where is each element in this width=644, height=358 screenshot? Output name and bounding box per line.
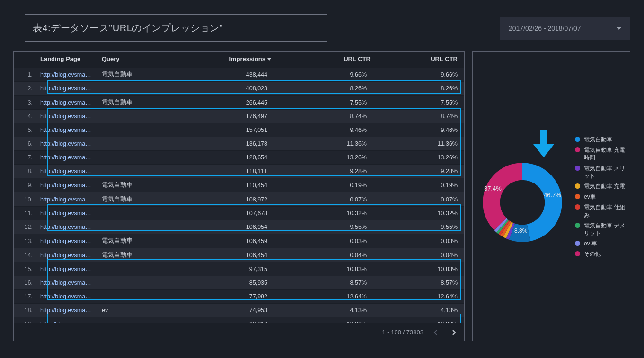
legend-label: 電気自動車 デメリット [584, 222, 628, 237]
cell-rownum: 18. [14, 304, 37, 317]
col-query[interactable]: Query [99, 52, 175, 68]
cell-impressions: 77,992 [175, 290, 274, 304]
table-row[interactable]: 15.http://blog.evsma…97,31510.83%10.83% [14, 262, 464, 276]
table-row[interactable]: 10.http://blog.evsma…電気自動車108,9720.07%0.… [14, 192, 464, 207]
legend-item[interactable]: 電気自動車 充電 [575, 183, 628, 190]
legend-item[interactable]: 電気自動車 充電時間 [575, 146, 628, 161]
prev-page-button[interactable] [430, 327, 441, 338]
cell-landing-page[interactable]: http://blog.evsma… [37, 262, 99, 276]
cell-landing-page[interactable]: http://blog.evsma… [37, 220, 99, 234]
cell-landing-page[interactable]: http://blog.evsma… [37, 151, 99, 165]
table-row[interactable]: 14.http://blog.evsma…電気自動車106,4540.04%0.… [14, 248, 464, 262]
cell-ctr1: 0.04% [274, 248, 373, 262]
cell-query [99, 207, 175, 220]
cell-landing-page[interactable]: http://blog.evsma… [37, 165, 99, 178]
cell-ctr1: 0.19% [274, 178, 373, 192]
sort-desc-icon [267, 58, 271, 61]
col-url-ctr-1[interactable]: URL CTR [274, 52, 373, 68]
legend-item[interactable]: その他 [575, 250, 628, 258]
cell-rownum: 1. [14, 68, 37, 82]
chart-legend: 電気自動車電気自動車 充電時間電気自動車 メリット電気自動車 充電ev車電気自動… [575, 136, 628, 261]
legend-item[interactable]: 電気自動車 仕組み [575, 203, 628, 218]
table-row[interactable]: 4.http://blog.evsma…176,4978.74%8.74% [14, 110, 464, 123]
table-header-row: Landing Page Query Impressions URL CTR U… [14, 52, 464, 68]
donut-slice[interactable] [522, 163, 562, 241]
table-row[interactable]: 19.http://blog.evsma…60,31610.22%10.22% [14, 317, 464, 323]
date-range-selector[interactable]: 2017/02/26 - 2018/07/07 [500, 17, 630, 40]
legend-swatch [575, 147, 580, 152]
legend-item[interactable]: ev 車 [575, 240, 628, 247]
slice-label-1: 46.7% [544, 192, 561, 199]
cell-ctr1: 12.64% [274, 290, 373, 304]
cell-landing-page[interactable]: http://blog.evsma… [37, 82, 99, 96]
donut-slice[interactable] [483, 163, 522, 230]
cell-impressions: 106,459 [175, 234, 274, 248]
table-row[interactable]: 11.http://blog.evsma…107,67810.32%10.32% [14, 207, 464, 220]
legend-item[interactable]: 電気自動車 デメリット [575, 222, 628, 237]
legend-label: 電気自動車 充電 [584, 183, 625, 190]
cell-ctr2: 8.26% [373, 82, 464, 96]
col-impressions[interactable]: Impressions [175, 52, 274, 68]
cell-rownum: 7. [14, 151, 37, 165]
legend-label: 電気自動車 メリット [584, 165, 628, 180]
cell-landing-page[interactable]: http://blog.evsma… [37, 276, 99, 290]
cell-landing-page[interactable]: http://blog.evsma… [37, 290, 99, 304]
data-table: Landing Page Query Impressions URL CTR U… [14, 52, 464, 323]
legend-item[interactable]: ev車 [575, 193, 628, 201]
table-row[interactable]: 2.http://blog.evsma…408,0238.26%8.26% [14, 82, 464, 96]
cell-landing-page[interactable]: http://blog.evsma… [37, 178, 99, 192]
table-row[interactable]: 8.http://blog.evsma…118,1119.28%9.28% [14, 165, 464, 178]
cell-rownum: 13. [14, 234, 37, 248]
legend-label: 電気自動車 仕組み [584, 203, 628, 218]
table-row[interactable]: 18.http://blog.evsma…ev74,9534.13%4.13% [14, 304, 464, 317]
legend-swatch [575, 194, 580, 199]
cell-query: 電気自動車 [99, 192, 175, 207]
cell-landing-page[interactable]: http://blog.evsma… [37, 192, 99, 207]
cell-landing-page[interactable]: http://blog.evsma… [37, 96, 99, 110]
table-row[interactable]: 12.http://blog.evsma…106,9549.55%9.55% [14, 220, 464, 234]
table-row[interactable]: 7.http://blog.evsma…120,65413.26%13.26% [14, 151, 464, 165]
table-row[interactable]: 3.http://blog.evsma…電気自動車266,4457.55%7.5… [14, 96, 464, 110]
legend-label: ev 車 [584, 240, 597, 247]
date-range-text: 2017/02/26 - 2018/07/07 [509, 25, 581, 32]
cell-landing-page[interactable]: http://blog.evsma… [37, 137, 99, 151]
cell-landing-page[interactable]: http://blog.evsma… [37, 207, 99, 220]
cell-landing-page[interactable]: http://blog.evsma… [37, 123, 99, 137]
table-row[interactable]: 9.http://blog.evsma…電気自動車110,4540.19%0.1… [14, 178, 464, 192]
cell-ctr1: 8.74% [274, 110, 373, 123]
table-row[interactable]: 13.http://blog.evsma…電気自動車106,4590.03%0.… [14, 234, 464, 248]
cell-query: 電気自動車 [99, 178, 175, 192]
chart-panel: 46.7% 37.4% 8.8% 電気自動車電気自動車 充電時間電気自動車 メリ… [472, 51, 630, 341]
next-page-button[interactable] [448, 327, 459, 338]
cell-landing-page[interactable]: http://blog.evsma… [37, 248, 99, 262]
cell-ctr1: 11.36% [274, 137, 373, 151]
cell-landing-page[interactable]: http://blog.evsma… [37, 234, 99, 248]
table-panel: Landing Page Query Impressions URL CTR U… [13, 51, 465, 341]
slice-label-2: 8.8% [514, 227, 527, 234]
cell-ctr2: 0.03% [373, 234, 464, 248]
table-row[interactable]: 6.http://blog.evsma…136,17811.36%11.36% [14, 137, 464, 151]
cell-ctr1: 7.55% [274, 96, 373, 110]
pagination-text: 1 - 100 / 73803 [382, 329, 423, 336]
cell-landing-page[interactable]: http://blog.evsma… [37, 304, 99, 317]
table-row[interactable]: 1.http://blog.evsma…電気自動車438,4449.66%9.6… [14, 68, 464, 82]
col-url-ctr-2[interactable]: URL CTR [373, 52, 464, 68]
cell-landing-page[interactable]: http://blog.evsma… [37, 110, 99, 123]
legend-item[interactable]: 電気自動車 メリット [575, 165, 628, 180]
legend-item[interactable]: 電気自動車 [575, 136, 628, 143]
cell-rownum: 12. [14, 220, 37, 234]
legend-swatch [575, 183, 580, 189]
col-label: Query [102, 55, 120, 62]
cell-ctr1: 0.03% [274, 234, 373, 248]
table-footer: 1 - 100 / 73803 [14, 323, 464, 341]
table-row[interactable]: 17.http://blog.evsma…77,99212.64%12.64% [14, 290, 464, 304]
cell-impressions: 107,678 [175, 207, 274, 220]
table-scroll[interactable]: Landing Page Query Impressions URL CTR U… [14, 52, 464, 323]
table-row[interactable]: 5.http://blog.evsma…157,0519.46%9.46% [14, 123, 464, 137]
cell-ctr1: 9.55% [274, 220, 373, 234]
cell-landing-page[interactable]: http://blog.evsma… [37, 68, 99, 82]
table-row[interactable]: 16.http://blog.evsma…85,9358.57%8.57% [14, 276, 464, 290]
cell-landing-page[interactable]: http://blog.evsma… [37, 317, 99, 323]
col-landing-page[interactable]: Landing Page [37, 52, 99, 68]
cell-impressions: 176,497 [175, 110, 274, 123]
